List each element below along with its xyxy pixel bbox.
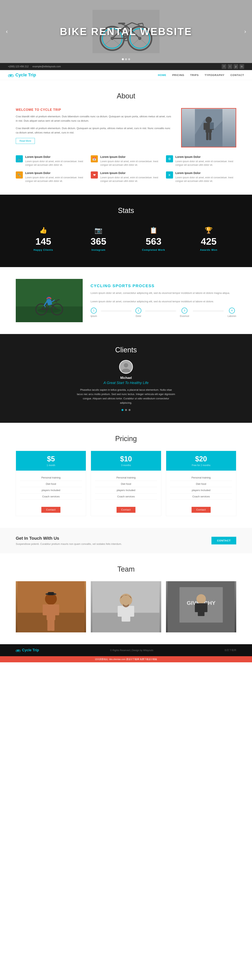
pinterest-icon[interactable]: p [233, 64, 238, 69]
plan-1-contact-button[interactable]: Contact [41, 507, 60, 513]
plan-3-price: $20 [170, 455, 232, 463]
step-line-1 [101, 311, 132, 311]
cta-section: Get In Touch With Us Suspendisse potenti… [0, 528, 252, 553]
hero-section: BIKE RENTAL WEBSITE ‹ › [0, 0, 252, 63]
feature-3-title: Lorem Ipsum Dolor [175, 155, 236, 158]
about-desc-1: Cras blandit nibh ut pretium elementum. … [16, 115, 173, 123]
about-title: About [16, 92, 236, 100]
client-dot-3[interactable] [129, 409, 131, 411]
plan-3-feature-1: Personal training [170, 474, 232, 481]
read-more-button[interactable]: Read More [16, 138, 35, 144]
footer-logo: Cycle Trip [16, 648, 39, 652]
hero-dot-2[interactable] [125, 58, 127, 60]
process-steps: 1 Ipsum 2 Dolor 3 Eiusmod 4 Laboren [91, 308, 236, 318]
hero-dot-3[interactable] [128, 58, 130, 60]
process-content: CYCLING SPORTS PROCESS Lorem ipsum dolor… [91, 284, 236, 317]
about-image [181, 108, 236, 148]
phone-number: +(000) 123 456 212 [8, 65, 29, 68]
stats-section: Stats 👍 145 Happy Clients 📷 365 Instagra… [0, 195, 252, 267]
feature-4: 🔧 Lorem Ipsum Dolor Lorem ipsum dolor si… [16, 172, 86, 183]
hero-next-button[interactable]: › [242, 26, 248, 37]
plan-2-contact-button[interactable]: Contact [116, 507, 136, 513]
linkedin-icon[interactable]: in [239, 64, 244, 69]
plan-2-feature-4: Coach services [95, 493, 157, 500]
cta-contact-button[interactable]: CONTACT [211, 537, 236, 544]
plan-2-feature-1: Personal training [95, 474, 157, 481]
pricing-plan-3: $20 Free for 2 months Personal training … [166, 451, 236, 516]
hero-prev-button[interactable]: ‹ [4, 26, 10, 37]
feature-4-icon: 🔧 [16, 172, 23, 178]
feature-3-icon: ⚙ [166, 155, 173, 162]
footer-logo-icon [16, 649, 21, 652]
svg-rect-37 [209, 132, 211, 140]
feature-6-title: Lorem Ipsum Dolor [175, 172, 236, 175]
step-4-label: Laboren [228, 315, 236, 318]
feature-5-icon: ❤ [91, 172, 98, 178]
about-desc-2: Cras blandit nibh ut pretium elementum. … [16, 126, 173, 135]
svg-rect-36 [206, 132, 209, 140]
pricing-section: Pricing $5 1 month Personal training Die… [0, 423, 252, 528]
stat-happy-clients: 👍 145 Happy Clients [16, 223, 71, 255]
plan-2-period: 3 months [95, 464, 157, 467]
process-title: CYCLING SPORTS PROCESS [91, 284, 236, 288]
svg-point-32 [206, 117, 212, 123]
about-welcome: WELCOME TO CYCLE TRIP [16, 108, 173, 111]
cta-desc: Suspendisse potenti. Curabitur pretium m… [16, 542, 122, 546]
plan-3-contact-button[interactable]: Contact [191, 507, 211, 513]
trophy-icon: 🏆 [185, 226, 232, 234]
team-grid: GIVENCHY PARIS [16, 581, 236, 632]
feature-1-icon: 🚲 [16, 155, 23, 162]
process-inner: CYCLING SPORTS PROCESS Lorem ipsum dolor… [16, 279, 236, 322]
stat-awards-label: Awards Won [185, 248, 232, 251]
twitter-icon[interactable]: t [228, 64, 232, 69]
top-bar-contact: +(000) 123 456 212 example@elitelayouts.… [8, 65, 61, 68]
step-3-number: 3 [182, 308, 187, 313]
feature-5-desc: Lorem ipsum dolor sit amet, enim id cons… [100, 176, 161, 183]
bottom-bar-text: 访问原图地址: bbs.sheniao.com 爱设计下载网 免费下载设计模板 [95, 658, 157, 660]
svg-point-41 [37, 308, 61, 313]
stat-instagram-number: 365 [75, 236, 122, 247]
email-address: example@elitelayouts.com [32, 65, 61, 68]
facebook-icon[interactable]: f [222, 64, 226, 69]
client-dot-2[interactable] [125, 409, 127, 411]
plan-3-period: Free for 2 months [170, 464, 232, 467]
feature-6: ✕ Lorem Ipsum Dolor Lorem ipsum dolor si… [166, 172, 236, 183]
client-dot-1[interactable] [121, 409, 123, 411]
nav-trips[interactable]: TRIPS [190, 73, 199, 76]
nav-typography[interactable]: TYPOGRAPHY [204, 73, 225, 76]
clipboard-icon: 📋 [130, 226, 177, 234]
pricing-title: Pricing [16, 434, 236, 443]
svg-rect-62 [54, 605, 59, 615]
feature-1-title: Lorem Ipsum Dolor [25, 155, 86, 158]
feature-6-content: Lorem Ipsum Dolor Lorem ipsum dolor sit … [175, 172, 236, 183]
plan-1-price: $5 [20, 455, 82, 463]
nav-pricing[interactable]: PRICING [172, 73, 184, 76]
nav-menu: HOME PRICING TRIPS TYPOGRAPHY CONTACT [158, 73, 244, 76]
feature-5-content: Lorem Ipsum Dolor Lorem ipsum dolor sit … [100, 172, 161, 183]
feature-1-content: Lorem Ipsum Dolor Lorem ipsum dolor sit … [25, 155, 86, 167]
step-2-label: Dolor [136, 315, 141, 318]
feature-5: ❤ Lorem Ipsum Dolor Lorem ipsum dolor si… [91, 172, 161, 183]
feature-2-icon: 📅 [91, 155, 98, 162]
stat-clients-label: Happy Clients [20, 248, 67, 251]
hero-dot-1[interactable] [122, 58, 124, 60]
stats-grid: 👍 145 Happy Clients 📷 365 Instagram 📋 56… [16, 223, 236, 255]
nav-contact[interactable]: CONTACT [230, 73, 244, 76]
step-3-label: Eiusmod [180, 315, 189, 318]
svg-rect-79 [198, 603, 204, 616]
team-title: Team [16, 565, 236, 573]
cyclist-svg [16, 279, 83, 322]
step-line-2 [145, 311, 176, 311]
feature-4-title: Lorem Ipsum Dolor [25, 172, 86, 175]
nav-home[interactable]: HOME [158, 73, 166, 76]
instagram-icon: 📷 [75, 226, 122, 234]
svg-point-78 [196, 594, 206, 604]
step-2-number: 2 [136, 308, 141, 313]
stats-title: Stats [16, 207, 236, 215]
cta-text: Get In Touch With Us Suspendisse potenti… [16, 536, 122, 546]
clients-title: Clients [16, 346, 236, 354]
pricing-plan-1: $5 1 month Personal training Diet food p… [16, 451, 86, 516]
plan-3-features: Personal training Diet food players Incl… [166, 471, 236, 504]
feature-6-icon: ✕ [166, 172, 173, 178]
nav-logo[interactable]: Cycle Trip [8, 72, 36, 78]
